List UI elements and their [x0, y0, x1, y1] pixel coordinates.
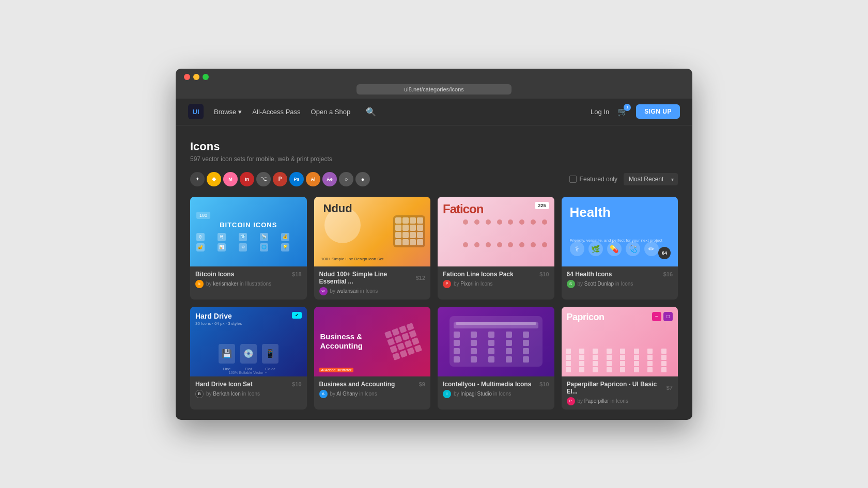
business-icons-bg [371, 307, 430, 376]
filter-inv[interactable]: ○ [339, 172, 353, 186]
business-title: Business &Accounting [320, 332, 363, 351]
bitcoin-icon: 📡 [260, 233, 268, 241]
card-author-row: w by wulansari in Icons [319, 287, 426, 295]
card-author-row: k by kerismaker in Illustrations [195, 280, 302, 288]
filter-all[interactable]: ✦ [190, 172, 205, 186]
health-icon: 💊 [607, 242, 622, 256]
card-title-row: Icontellyou - Multimedia Icons $10 [443, 381, 549, 388]
card-bitcoin-icons[interactable]: 180 BITCOIN ICONS ₿ ⛓ 💎 📡 💰 🔐 📊 ⚙ [190, 197, 307, 300]
business-badge: Ai Adobe Illustrator [319, 368, 354, 372]
card-title-row: Faticon Line Icons Pack $10 [443, 271, 549, 278]
author-text: by Al Ghany in Icons [330, 391, 377, 397]
card-thumb: Health Friendly, versatile, and perfect … [562, 197, 678, 266]
filter-proto[interactable]: P [273, 172, 287, 186]
cart-badge: 1 [624, 104, 631, 111]
card-business-icons[interactable]: Business &Accounting Ai Adobe Illustrato… [314, 307, 431, 410]
card-ndud-icons[interactable]: Ndud 100+ Simple Line Design Icon Set [314, 197, 431, 300]
filter-xd[interactable]: M [223, 172, 238, 186]
navbar: UI Browse ▾ All-Access Pass Open a Shop … [176, 99, 692, 125]
card-papricon-icons[interactable]: Papricon − □ [562, 307, 678, 410]
author-text: by kerismaker in Illustrations [206, 281, 271, 287]
filter-ai[interactable]: Ai [306, 172, 320, 186]
card-health-icons[interactable]: Health Friendly, versatile, and perfect … [562, 197, 678, 300]
card-title-row: Ndud 100+ Simple Line Essential ... $12 [319, 271, 426, 285]
business-icons-grid [384, 322, 422, 360]
card-footer: Business and Accounting $9 A by Al Ghany… [314, 376, 431, 402]
main-content: Icons 597 vector icon sets for mobile, w… [176, 125, 692, 420]
card-title: 64 Health Icons [567, 271, 612, 278]
icontellyou-topbar [454, 322, 538, 328]
card-title: Paperpillar Papricon - UI Basic El... [567, 381, 667, 395]
papricon-btn1: − [652, 312, 661, 321]
sort-dropdown[interactable]: Most Recent Most Popular Newest Oldest [624, 173, 678, 185]
featured-checkbox-label[interactable]: Featured only [569, 176, 617, 183]
browser-chrome: ui8.net/categories/icons [176, 69, 692, 99]
author-text: by Inipagi Studio in Icons [454, 391, 511, 397]
card-faticon-icons[interactable]: Faticon 225 [438, 197, 554, 300]
fullscreen-button[interactable] [203, 74, 209, 80]
author-avatar: S [567, 280, 575, 288]
ndud-title: Ndud [323, 202, 352, 215]
nav-links: Browse ▾ All-Access Pass Open a Shop 🔍 [214, 107, 591, 117]
card-title-row: Bitcoin Icons $18 [195, 271, 302, 278]
card-price: $12 [416, 275, 425, 281]
health-icon: ⚕ [570, 242, 584, 256]
card-thumb: Faticon 225 [438, 197, 554, 266]
card-title: Hard Drive Icon Set [195, 381, 253, 388]
papricon-icons-grid [566, 349, 674, 372]
address-bar[interactable]: ui8.net/categories/icons [357, 84, 512, 95]
card-price: $16 [663, 271, 673, 277]
filter-sketch[interactable]: ◆ [207, 172, 221, 186]
allaccess-link[interactable]: All-Access Pass [252, 108, 300, 116]
author-avatar: B [195, 390, 204, 398]
filter-in[interactable]: In [240, 172, 254, 186]
card-price: $10 [539, 271, 549, 277]
card-title-row: Paperpillar Papricon - UI Basic El... $7 [567, 381, 673, 395]
author-text: by Paperpillar in Icons [578, 398, 628, 404]
card-price: $18 [292, 271, 301, 277]
page-title: Icons [190, 140, 678, 153]
bitcoin-icons-grid: ₿ ⛓ 💎 📡 💰 🔐 📊 ⚙ 🌐 💡 [196, 233, 301, 251]
bitcoin-icon: ⛓ [218, 233, 226, 241]
hd-title: Hard Drive [195, 312, 232, 320]
minimize-button[interactable] [193, 74, 199, 80]
author-text: by Berkah Icon in Icons [206, 391, 260, 397]
card-author-row: S by Scott Dunlap in Icons [567, 280, 673, 288]
author-text: by wulansari in Icons [330, 288, 378, 294]
card-icontellyou-icons[interactable]: Icontellyou - Multimedia Icons $10 I by … [438, 307, 554, 410]
health-count-badge: 64 [658, 247, 671, 259]
health-title: Health [570, 204, 611, 221]
featured-checkbox[interactable] [569, 176, 577, 183]
card-thumb: Ndud 100+ Simple Line Design Icon Set [314, 197, 431, 266]
logo[interactable]: UI [188, 104, 204, 119]
signup-button[interactable]: SIGN UP [636, 104, 680, 119]
hd-icon: 📱 [262, 344, 278, 364]
bitcoin-title: BITCOIN ICONS [220, 221, 277, 229]
bitcoin-badge: 180 [196, 212, 210, 219]
login-link[interactable]: Log In [591, 108, 609, 116]
card-author-row: B by Berkah Icon in Icons [195, 390, 302, 398]
author-avatar: k [195, 280, 204, 288]
card-title-row: Hard Drive Icon Set $10 [195, 381, 302, 388]
card-thumb: Hard Drive 30 Icons · 64 px · 3 styles ✓… [190, 307, 307, 376]
filter-ps[interactable]: Ps [289, 172, 304, 186]
card-author-row: P by Paperpillar in Icons [567, 397, 673, 405]
card-harddrive-icons[interactable]: Hard Drive 30 Icons · 64 px · 3 styles ✓… [190, 307, 307, 410]
page-header: Icons 597 vector icon sets for mobile, w… [190, 140, 678, 163]
health-icon: 🌿 [588, 242, 603, 256]
filter-framer[interactable]: ⌥ [256, 172, 271, 186]
author-avatar: P [443, 280, 451, 288]
card-thumb: Papricon − □ [562, 307, 678, 376]
filters-row: ✦ ◆ M In ⌥ P Ps Ai Ae ○ ● Featured only [190, 172, 678, 186]
browse-link[interactable]: Browse ▾ [214, 108, 242, 116]
filter-ae[interactable]: Ae [322, 172, 337, 186]
openshop-link[interactable]: Open a Shop [311, 108, 351, 116]
card-thumb [438, 307, 554, 376]
card-author-row: I by Inipagi Studio in Icons [443, 390, 549, 398]
close-button[interactable] [184, 74, 190, 80]
search-icon[interactable]: 🔍 [366, 107, 376, 117]
browser-window: ui8.net/categories/icons UI Browse ▾ All… [176, 69, 692, 420]
cart-icon[interactable]: 🛒 1 [617, 107, 628, 117]
card-title: Ndud 100+ Simple Line Essential ... [319, 271, 416, 285]
filter-other[interactable]: ● [355, 172, 370, 186]
